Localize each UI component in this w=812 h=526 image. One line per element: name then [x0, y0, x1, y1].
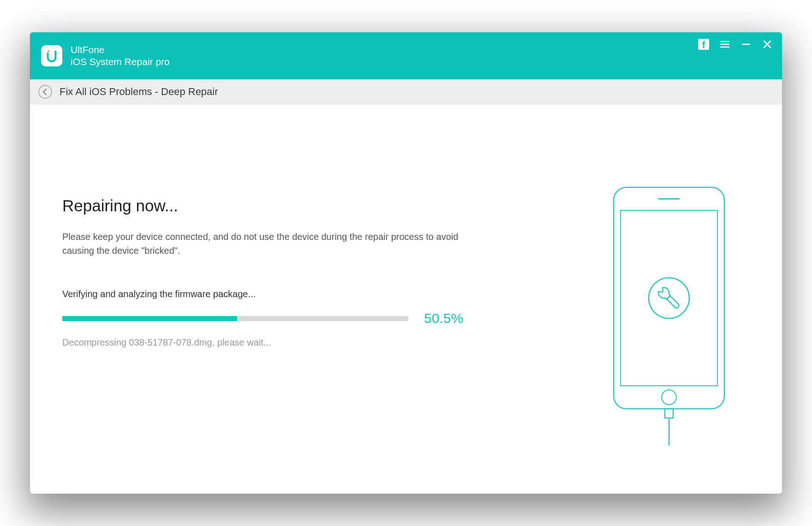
app-title: UltFone iOS System Repair pro — [71, 44, 170, 68]
brand-subtitle: iOS System Repair pro — [71, 56, 170, 68]
svg-rect-12 — [667, 296, 680, 309]
menu-button[interactable] — [719, 39, 730, 50]
minimize-icon — [741, 39, 751, 49]
minimize-button[interactable] — [740, 39, 752, 50]
progress-bar — [62, 316, 408, 321]
app-window: UltFone iOS System Repair pro f — [30, 32, 782, 494]
breadcrumb-text: Fix All iOS Problems - Deep Repair — [60, 86, 218, 98]
phone-icon — [611, 185, 731, 450]
device-illustration — [593, 132, 750, 475]
window-controls: f — [698, 39, 773, 50]
close-icon — [762, 39, 772, 49]
progress-row: 50.5% — [62, 311, 593, 326]
titlebar: UltFone iOS System Repair pro f — [30, 32, 782, 79]
svg-rect-13 — [665, 409, 673, 418]
back-button[interactable] — [38, 85, 52, 99]
status-label: Verifying and analyzing the firmware pac… — [62, 289, 593, 299]
progress-detail: Decompressing 038-51787-078.dmg, please … — [62, 337, 593, 348]
close-button[interactable] — [762, 39, 773, 50]
facebook-button[interactable]: f — [698, 39, 709, 50]
progress-fill — [62, 316, 237, 321]
hamburger-icon — [719, 39, 730, 50]
svg-point-0 — [48, 50, 49, 52]
progress-percent: 50.5% — [424, 311, 463, 326]
svg-point-10 — [662, 390, 676, 405]
page-heading: Repairing now... — [62, 197, 593, 215]
breadcrumb-bar: Fix All iOS Problems - Deep Repair — [30, 79, 782, 104]
content-area: Repairing now... Please keep your device… — [30, 104, 782, 494]
instruction-text: Please keep your device connected, and d… — [62, 230, 478, 257]
svg-rect-7 — [614, 187, 724, 409]
progress-panel: Repairing now... Please keep your device… — [62, 132, 593, 475]
arrow-left-icon — [42, 88, 49, 96]
facebook-icon: f — [698, 39, 709, 50]
brand-name: UltFone — [71, 44, 170, 56]
svg-point-11 — [649, 278, 689, 318]
svg-rect-8 — [621, 210, 717, 386]
app-logo-icon — [41, 45, 62, 66]
